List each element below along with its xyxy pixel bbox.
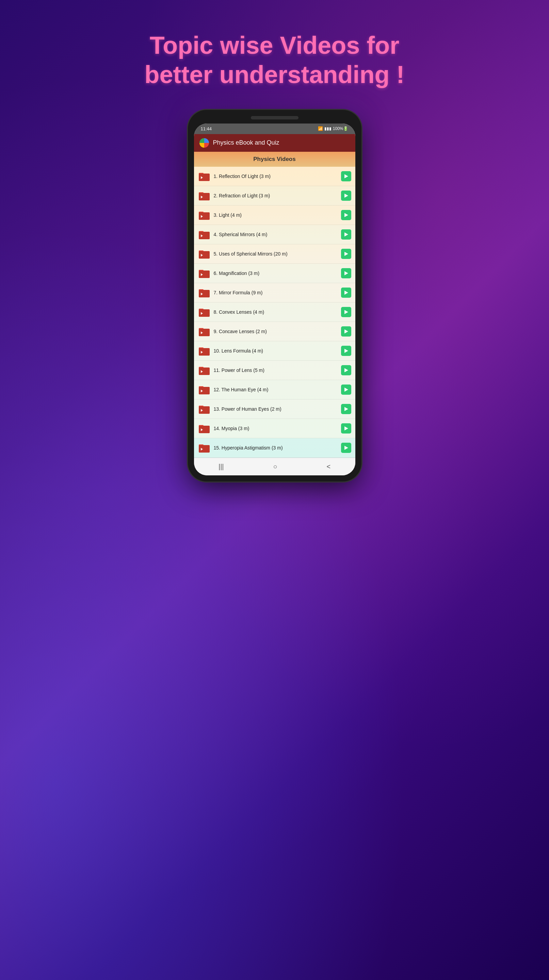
- status-bar: 11:44 📶 ▮▮▮ 100%🔋: [194, 124, 355, 134]
- folder-icon: [198, 209, 210, 221]
- play-button[interactable]: [341, 268, 351, 278]
- play-button[interactable]: [341, 288, 351, 298]
- play-button[interactable]: [341, 365, 351, 375]
- list-item[interactable]: 8. Convex Lenses (4 m): [194, 302, 355, 322]
- play-button[interactable]: [341, 249, 351, 259]
- folder-icon: [198, 403, 210, 415]
- headline-title: Topic wise Videos for better understandi…: [144, 30, 404, 89]
- video-label: 7. Mirror Formula (9 m): [214, 290, 337, 295]
- play-button[interactable]: [341, 326, 351, 337]
- folder-icon: [198, 345, 210, 357]
- svg-rect-2: [199, 173, 210, 181]
- folder-icon: [198, 383, 210, 396]
- list-item[interactable]: 15. Hyperopia Astigmatism (3 m): [194, 438, 355, 458]
- bottom-nav: ||| ○ <: [194, 458, 355, 476]
- video-label: 13. Power of Human Eyes (2 m): [214, 406, 337, 412]
- video-label: 8. Convex Lenses (4 m): [214, 309, 337, 315]
- play-button[interactable]: [341, 423, 351, 434]
- list-item[interactable]: 13. Power of Human Eyes (2 m): [194, 399, 355, 419]
- section-header: Physics Videos: [194, 152, 355, 167]
- play-button[interactable]: [341, 307, 351, 317]
- list-item[interactable]: 10. Lens Formula (4 m): [194, 341, 355, 361]
- svg-rect-32: [199, 368, 210, 375]
- video-label: 14. Myopia (3 m): [214, 426, 337, 431]
- signal-icon: ▮▮▮: [325, 126, 331, 131]
- nav-home-icon[interactable]: ○: [273, 463, 277, 471]
- wifi-icon: 📶: [318, 126, 323, 131]
- list-item[interactable]: 6. Magnification (3 m): [194, 264, 355, 283]
- folder-icon: [198, 248, 210, 260]
- list-item[interactable]: 11. Power of Lens (5 m): [194, 361, 355, 380]
- svg-rect-38: [199, 406, 210, 414]
- video-label: 15. Hyperopia Astigmatism (3 m): [214, 445, 337, 450]
- list-item[interactable]: 1. Reflection Of Light (3 m): [194, 167, 355, 186]
- list-item[interactable]: 12. The Human Eye (4 m): [194, 380, 355, 399]
- play-button[interactable]: [341, 171, 351, 181]
- video-label: 10. Lens Formula (4 m): [214, 348, 337, 353]
- folder-icon: [198, 189, 210, 202]
- video-label: 12. The Human Eye (4 m): [214, 387, 337, 392]
- folder-icon: [198, 422, 210, 434]
- list-item[interactable]: 9. Concave Lenses (2 m): [194, 322, 355, 341]
- video-label: 9. Concave Lenses (2 m): [214, 329, 337, 334]
- play-button[interactable]: [341, 443, 351, 453]
- svg-rect-5: [199, 193, 210, 200]
- phone-frame: 11:44 📶 ▮▮▮ 100%🔋 Physics eBook and Quiz…: [188, 110, 361, 482]
- video-label: 6. Magnification (3 m): [214, 270, 337, 276]
- svg-rect-23: [199, 309, 210, 317]
- list-item[interactable]: 3. Light (4 m): [194, 205, 355, 225]
- svg-rect-35: [199, 387, 210, 395]
- list-item[interactable]: 5. Uses of Spherical Mirrors (20 m): [194, 244, 355, 264]
- svg-rect-14: [199, 251, 210, 259]
- phone-notch: [251, 116, 299, 119]
- svg-rect-44: [199, 445, 210, 453]
- status-right-icons: 📶 ▮▮▮ 100%🔋: [318, 126, 348, 131]
- phone-screen: 11:44 📶 ▮▮▮ 100%🔋 Physics eBook and Quiz…: [194, 124, 355, 476]
- svg-rect-20: [199, 290, 210, 298]
- play-button[interactable]: [341, 210, 351, 220]
- svg-rect-29: [199, 348, 210, 356]
- folder-icon: [198, 325, 210, 337]
- nav-menu-icon[interactable]: |||: [218, 463, 224, 471]
- video-label: 3. Light (4 m): [214, 212, 337, 218]
- folder-icon: [198, 442, 210, 454]
- folder-icon: [198, 267, 210, 279]
- svg-rect-11: [199, 232, 210, 239]
- svg-rect-17: [199, 270, 210, 278]
- video-list: 1. Reflection Of Light (3 m) 2. Refracti…: [194, 167, 355, 458]
- video-label: 11. Power of Lens (5 m): [214, 368, 337, 373]
- video-label: 2. Refraction of Light (3 m): [214, 193, 337, 198]
- folder-icon: [198, 228, 210, 240]
- headline-section: Topic wise Videos for better understandi…: [144, 30, 404, 89]
- list-item[interactable]: 7. Mirror Formula (9 m): [194, 283, 355, 302]
- folder-icon: [198, 306, 210, 318]
- video-label: 5. Uses of Spherical Mirrors (20 m): [214, 251, 337, 256]
- nav-back-icon[interactable]: <: [326, 463, 331, 471]
- svg-rect-41: [199, 426, 210, 433]
- list-item[interactable]: 14. Myopia (3 m): [194, 419, 355, 438]
- list-item[interactable]: 4. Spherical Mirrors (4 m): [194, 225, 355, 244]
- list-item[interactable]: 2. Refraction of Light (3 m): [194, 186, 355, 205]
- folder-icon: [198, 286, 210, 299]
- app-title: Physics eBook and Quiz: [213, 139, 279, 146]
- folder-icon: [198, 170, 210, 182]
- video-label: 4. Spherical Mirrors (4 m): [214, 232, 337, 237]
- play-button[interactable]: [341, 229, 351, 240]
- folder-icon: [198, 364, 210, 376]
- play-button[interactable]: [341, 346, 351, 356]
- battery-icon: 100%🔋: [333, 126, 348, 131]
- svg-rect-26: [199, 329, 210, 336]
- app-logo: [199, 138, 209, 148]
- video-label: 1. Reflection Of Light (3 m): [214, 173, 337, 179]
- play-button[interactable]: [341, 191, 351, 201]
- play-button[interactable]: [341, 404, 351, 414]
- status-time: 11:44: [201, 126, 212, 131]
- app-bar: Physics eBook and Quiz: [194, 134, 355, 152]
- play-button[interactable]: [341, 385, 351, 395]
- svg-rect-8: [199, 212, 210, 220]
